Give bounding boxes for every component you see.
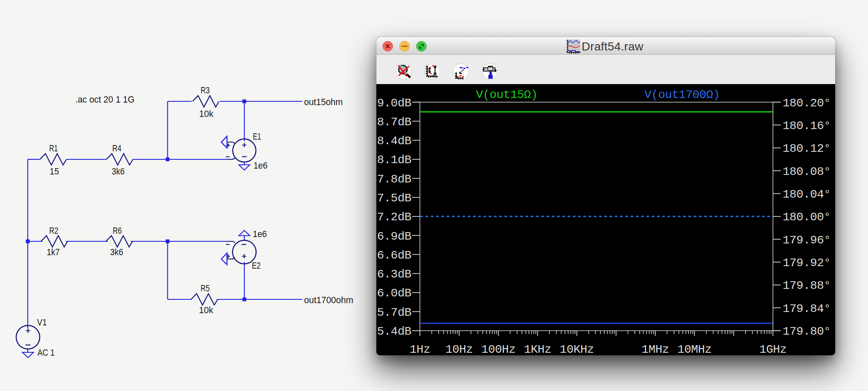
svg-text:V1: V1	[37, 317, 47, 328]
svg-text:180.04°: 180.04°	[783, 188, 831, 201]
svg-text:3k6: 3k6	[112, 166, 125, 177]
svg-text:6.0dB: 6.0dB	[377, 287, 411, 300]
svg-text:E1: E1	[253, 132, 261, 142]
svg-text:10Hz: 10Hz	[445, 343, 473, 356]
svg-text:R2: R2	[49, 226, 58, 236]
svg-text:1GHz: 1GHz	[759, 343, 786, 356]
svg-text:10k: 10k	[199, 109, 214, 119]
svg-text:10MHz: 10MHz	[677, 343, 712, 356]
svg-text:R6: R6	[113, 226, 122, 236]
svg-text:out15ohm: out15ohm	[304, 97, 343, 107]
svg-text:R4: R4	[112, 143, 122, 153]
svg-text:8.4dB: 8.4dB	[377, 135, 411, 148]
svg-text:180.12°: 180.12°	[783, 142, 831, 155]
svg-text:180.20°: 180.20°	[783, 97, 831, 110]
svg-text:1Hz: 1Hz	[410, 343, 430, 356]
svg-text:.ac oct 20 1 1G: .ac oct 20 1 1G	[75, 95, 135, 105]
svg-text:out1700ohm: out1700ohm	[304, 295, 353, 305]
svg-text:E2: E2	[252, 261, 261, 271]
svg-text:8.7dB: 8.7dB	[377, 116, 411, 129]
svg-text:180.08°: 180.08°	[783, 165, 831, 178]
svg-text:6.3dB: 6.3dB	[377, 268, 411, 281]
svg-text:5.4dB: 5.4dB	[377, 325, 411, 338]
svg-text:179.84°: 179.84°	[783, 302, 831, 315]
svg-text:180.16°: 180.16°	[783, 119, 831, 132]
svg-text:1MHz: 1MHz	[642, 343, 669, 356]
svg-text:AC 1: AC 1	[37, 348, 55, 358]
svg-text:5.7dB: 5.7dB	[377, 306, 411, 319]
svg-text:179.88°: 179.88°	[783, 279, 831, 292]
svg-text:180.00°: 180.00°	[783, 211, 831, 224]
svg-text:15: 15	[50, 166, 59, 177]
svg-text:R5: R5	[201, 283, 210, 293]
svg-text:V(out1700Ω): V(out1700Ω)	[644, 88, 720, 101]
svg-text:7.2dB: 7.2dB	[377, 211, 411, 224]
svg-text:100Hz: 100Hz	[481, 343, 516, 356]
svg-text:9.0dB: 9.0dB	[377, 97, 411, 110]
svg-text:1e6: 1e6	[253, 229, 267, 239]
svg-text:179.96°: 179.96°	[783, 234, 831, 247]
svg-text:6.9dB: 6.9dB	[377, 230, 411, 243]
svg-text:179.80°: 179.80°	[783, 325, 831, 338]
svg-text:7.8dB: 7.8dB	[377, 173, 411, 186]
svg-text:V(out15Ω): V(out15Ω)	[476, 88, 538, 101]
svg-text:6.6dB: 6.6dB	[377, 249, 411, 262]
svg-text:7.5dB: 7.5dB	[377, 192, 411, 205]
svg-text:8.1dB: 8.1dB	[377, 153, 411, 166]
svg-text:179.92°: 179.92°	[783, 256, 831, 269]
svg-text:10k: 10k	[199, 305, 213, 315]
svg-text:1KHz: 1KHz	[524, 343, 551, 356]
svg-text:3k6: 3k6	[110, 247, 123, 257]
svg-text:1k7: 1k7	[47, 247, 60, 257]
svg-text:10KHz: 10KHz	[560, 343, 594, 356]
svg-text:R1: R1	[49, 143, 58, 153]
svg-text:R3: R3	[201, 85, 210, 95]
svg-text:1e6: 1e6	[254, 161, 268, 171]
